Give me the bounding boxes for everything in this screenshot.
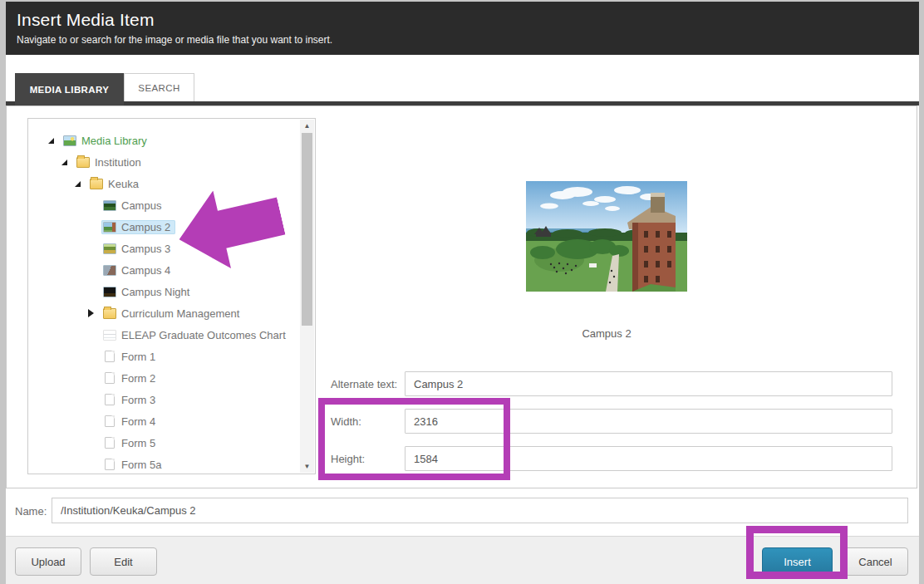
- media-library-tree: Media LibraryInstitutionKeukaCampusCampu…: [27, 118, 316, 474]
- tree-item[interactable]: Form 1: [28, 346, 301, 367]
- tree-item-label: Form 1: [121, 351, 155, 362]
- scrollbar-thumb[interactable]: [302, 133, 312, 326]
- document-icon: [105, 372, 115, 384]
- tree-item[interactable]: Form 5: [28, 432, 301, 454]
- cancel-button[interactable]: Cancel: [843, 547, 908, 576]
- tree-item-label: Campus 4: [121, 265, 170, 276]
- preview-caption: Campus 2: [526, 327, 687, 340]
- tree-item[interactable]: Media Library: [28, 130, 301, 151]
- media-preview-image: [526, 181, 687, 292]
- chart-icon: [103, 330, 116, 341]
- name-input[interactable]: [52, 498, 908, 523]
- document-icon: [105, 351, 115, 362]
- image-thumbnail-icon: [103, 265, 116, 276]
- upload-button[interactable]: Upload: [15, 547, 81, 576]
- tree-item-label: Campus Night: [121, 287, 189, 297]
- edit-button[interactable]: Edit: [90, 547, 157, 576]
- tree-item-label: ELEAP Graduate Outcomes Chart: [121, 330, 286, 341]
- scroll-down-icon[interactable]: [300, 460, 314, 473]
- expand-triangle-icon[interactable]: [88, 309, 101, 317]
- tree-item-label: Campus: [121, 200, 161, 211]
- tree-item-label: Form 5a: [121, 459, 161, 470]
- tab-media-library[interactable]: MEDIA LIBRARY: [15, 73, 124, 106]
- tree-item-label: Institution: [95, 157, 141, 168]
- tree-item[interactable]: Form 4: [28, 410, 301, 432]
- tree-item-label: Form 2: [121, 373, 155, 384]
- dialog-header: Insert Media Item Navigate to or search …: [6, 2, 919, 55]
- collapse-triangle-icon[interactable]: [75, 181, 88, 187]
- tab-search[interactable]: SEARCH: [124, 73, 194, 101]
- tree-item[interactable]: Campus Night: [28, 281, 301, 302]
- tree-item-label: Curriculum Management: [121, 308, 239, 319]
- alternate-text-input[interactable]: [405, 371, 892, 396]
- media-library-icon: [63, 135, 76, 146]
- image-thumbnail-icon: [103, 287, 116, 297]
- folder-icon: [103, 308, 116, 319]
- tree-item[interactable]: Form 5a: [28, 454, 301, 474]
- tree-item-label: Campus 3: [121, 243, 170, 254]
- tree-item-label: Keuka: [108, 179, 139, 189]
- document-icon: [105, 415, 115, 427]
- dialog-title: Insert Media Item: [17, 10, 919, 30]
- folder-icon: [76, 157, 90, 168]
- tree-item[interactable]: Institution: [28, 151, 301, 173]
- document-icon: [105, 459, 115, 470]
- name-label: Name:: [15, 505, 47, 518]
- tree-item[interactable]: Form 2: [28, 367, 301, 389]
- image-thumbnail-icon: [103, 243, 116, 254]
- scroll-up-icon[interactable]: [300, 120, 314, 132]
- annotation-rect-dimensions: [318, 398, 510, 480]
- dialog-subtitle: Navigate to or search for the image or m…: [17, 34, 919, 46]
- tree-item[interactable]: Form 3: [28, 389, 301, 410]
- insert-media-dialog: Insert Media Item Navigate to or search …: [6, 2, 919, 584]
- folder-icon: [90, 179, 103, 189]
- tree-scrollbar[interactable]: [300, 120, 314, 473]
- tree-item-label: Form 4: [121, 416, 155, 427]
- tree-item[interactable]: Curriculum Management: [28, 302, 301, 324]
- image-thumbnail-icon: [103, 200, 116, 211]
- tree-item-label: Campus 2: [121, 222, 170, 233]
- annotation-rect-insert: [746, 526, 848, 579]
- tree-item[interactable]: Campus 4: [28, 259, 301, 281]
- alternate-text-label: Alternate text:: [331, 378, 397, 390]
- collapse-triangle-icon[interactable]: [61, 159, 75, 165]
- tree-item-label: Form 5: [121, 438, 155, 449]
- collapse-triangle-icon[interactable]: [48, 138, 61, 144]
- image-thumbnail-icon: [103, 222, 116, 233]
- tree-item[interactable]: ELEAP Graduate Outcomes Chart: [28, 324, 301, 346]
- tree-item-label: Form 3: [121, 395, 155, 405]
- document-icon: [105, 437, 115, 449]
- document-icon: [105, 394, 115, 405]
- tree-item-label: Media Library: [81, 135, 147, 146]
